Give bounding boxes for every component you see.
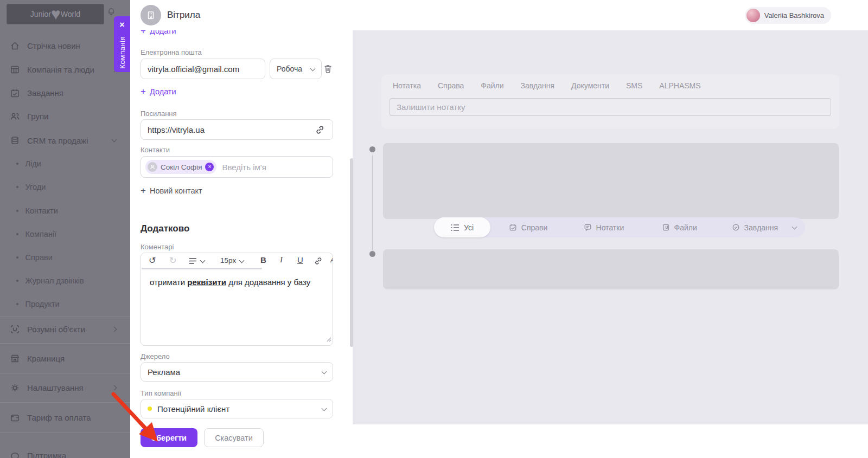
filter-notes[interactable]: Нотатки [566, 223, 641, 232]
panel-scrollbar[interactable] [350, 158, 353, 347]
type-status-dot [148, 407, 152, 411]
email-input[interactable] [141, 59, 265, 79]
insert-link-icon[interactable] [314, 256, 323, 267]
plus-icon: + [141, 87, 146, 96]
sidebar-item-support[interactable]: Підтримка [10, 449, 122, 458]
sidebar-item-settings[interactable]: Налаштування [10, 381, 122, 394]
support-icon [10, 450, 20, 458]
sidebar-item-company-people[interactable]: Компанія та люди [10, 63, 122, 76]
bullet-icon [16, 210, 18, 212]
logo[interactable]: Junior ♥ World [7, 4, 104, 24]
sidebar-item-tasks[interactable]: Завдання [10, 86, 122, 99]
filter-files[interactable]: Файли [642, 223, 717, 232]
sidebar-subitem-label: Журнал дзвінків [25, 276, 84, 285]
paperclip-icon [662, 223, 670, 231]
add-phone-link[interactable]: + Додати [141, 30, 176, 35]
source-select[interactable]: Реклама [141, 362, 333, 382]
contact-chip[interactable]: Сокіл Софія × [145, 160, 216, 174]
sidebar-item-label: Крамниця [27, 354, 65, 363]
chevron-down-icon [200, 258, 206, 263]
align-icon[interactable] [189, 257, 197, 266]
chevron-down-icon[interactable] [792, 224, 797, 230]
filter-cases[interactable]: Справи [490, 223, 566, 232]
bullet-icon [16, 163, 18, 165]
comments-editor[interactable]: ↺ ↻ 15px B I U A отримати реквізити для … [141, 253, 333, 346]
tab-tasks[interactable]: Завдання [521, 81, 555, 90]
tab-sms[interactable]: SMS [626, 81, 642, 90]
toolbar-scrollbar[interactable] [142, 268, 262, 269]
filter-all[interactable]: Усі [434, 217, 490, 237]
close-icon[interactable]: × [119, 21, 124, 29]
activity-filter-bar: Усі Справи Нотатки Файли Завдання [434, 217, 805, 237]
cancel-button[interactable]: Скасувати [204, 428, 264, 447]
sidebar-subitem-companies[interactable]: Компанії [16, 229, 56, 240]
add-email-link[interactable]: + Додати [141, 87, 176, 96]
sidebar-item-label: Стрічка новин [27, 41, 80, 50]
open-link-button[interactable] [315, 125, 325, 137]
link-icon [315, 125, 325, 135]
bullet-icon [16, 256, 18, 259]
logo-text-right: World [61, 10, 80, 18]
italic-button[interactable]: I [280, 255, 283, 265]
sidebar-item-label: Тариф та оплата [27, 413, 91, 422]
new-contact-link[interactable]: + Новий контакт [141, 186, 202, 195]
website-input[interactable] [141, 119, 333, 140]
bullet-icon [16, 186, 18, 188]
note-input[interactable] [390, 98, 831, 116]
chevron-right-icon [112, 326, 117, 332]
company-panel-tab[interactable]: × Компанія [114, 16, 130, 72]
tab-files[interactable]: Файли [481, 81, 503, 90]
remove-contact-icon[interactable]: × [205, 163, 214, 171]
notification-bell-icon[interactable] [107, 7, 116, 18]
company-type-select[interactable]: Потенційний клієнт [141, 399, 333, 418]
tab-note[interactable]: Нотатка [393, 81, 421, 90]
comments-text[interactable]: отримати реквізити для додавання у базу [150, 277, 325, 288]
chevron-down-icon [112, 137, 117, 142]
page-title: Вітрила [167, 10, 200, 21]
email-type-select[interactable]: Робоча [270, 59, 322, 79]
sidebar-item-groups[interactable]: Групи [10, 109, 122, 122]
undo-icon[interactable]: ↺ [149, 255, 156, 266]
sidebar-subitem-label: Продукти [25, 300, 60, 308]
redo-icon[interactable]: ↻ [169, 255, 176, 266]
home-icon [10, 41, 20, 51]
sidebar-item-tariff[interactable]: Тариф та оплата [10, 411, 122, 424]
sidebar-subitem-contacts[interactable]: Контакти [16, 205, 58, 216]
resize-handle[interactable] [326, 334, 331, 344]
sidebar-item-newsfeed[interactable]: Стрічка новин [10, 39, 122, 52]
add-link-label: Додати [150, 87, 176, 96]
sidebar-subitem-label: Компанії [25, 230, 57, 238]
user-menu[interactable]: Valeriia Bashkirova [745, 7, 831, 24]
sidebar-subitem-leads[interactable]: Ліди [16, 158, 41, 169]
save-button[interactable]: Зберегти [141, 428, 197, 447]
comments-label: Коментарі [141, 243, 174, 251]
underline-button[interactable]: U [297, 255, 303, 265]
delete-email-button[interactable] [323, 64, 333, 76]
entity-avatar [141, 5, 161, 25]
users-icon [10, 111, 20, 121]
scan-icon [10, 324, 20, 334]
activity-tabs: Нотатка Справа Файли Завдання Документи … [393, 81, 701, 90]
chevron-down-icon [322, 405, 327, 411]
font-color-button[interactable]: A [330, 255, 333, 265]
add-link-label: Додати [150, 30, 176, 35]
plus-icon: + [141, 30, 146, 35]
bold-button[interactable]: B [260, 255, 266, 265]
sidebar-item-shop[interactable]: Крамниця [10, 352, 122, 365]
footer-bar: Зберегти Скасувати [130, 424, 868, 458]
sidebar-subitem-deals[interactable]: Угоди [16, 182, 46, 192]
sidebar-item-smart-objects[interactable]: Розумні об'єкти [10, 322, 122, 336]
sidebar-subitem-cases[interactable]: Справи [16, 252, 53, 263]
tab-alphasms[interactable]: ALPHASMS [659, 81, 700, 90]
sidebar-subitem-call-log[interactable]: Журнал дзвінків [16, 275, 84, 286]
filter-tasks[interactable]: Завдання [717, 223, 793, 232]
sidebar-item-crm[interactable]: CRM та продажі [10, 134, 122, 147]
company-type-value: Потенційний клієнт [157, 404, 229, 414]
filter-label: Нотатки [596, 223, 624, 232]
tab-case[interactable]: Справа [438, 81, 464, 90]
tab-documents[interactable]: Документи [571, 81, 609, 90]
contacts-input[interactable]: Сокіл Софія × Введіть ім'я [141, 156, 333, 178]
font-size-select[interactable]: 15px [220, 256, 236, 265]
link-label: Посилання [141, 109, 177, 118]
sidebar-subitem-products[interactable]: Продукти [16, 299, 60, 309]
